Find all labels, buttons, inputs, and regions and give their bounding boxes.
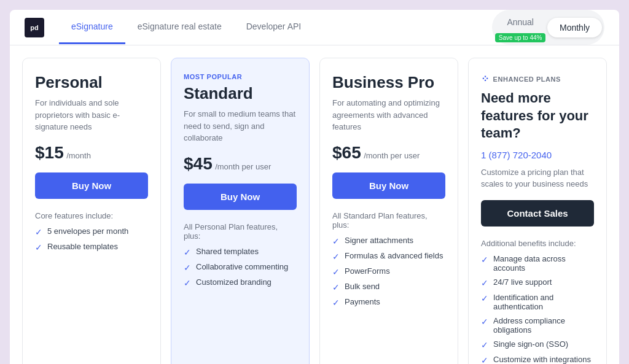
feature-text: Bulk send	[345, 282, 380, 291]
list-item: ✓ Address compliance obligations	[481, 316, 594, 335]
list-item: ✓ PowerForms	[332, 266, 445, 277]
enhanced-plan-card: ⁘ ENHANCED PLANS Need more features for …	[468, 58, 607, 364]
check-icon: ✓	[481, 340, 488, 350]
list-item: ✓ 24/7 live support	[481, 277, 594, 288]
list-item: ✓ Signer attachments	[332, 236, 445, 246]
feature-text: PowerForms	[345, 266, 390, 276]
enhanced-features-label: Additional benefits include:	[481, 239, 594, 248]
check-icon: ✓	[481, 355, 488, 364]
feature-text: Customize with integrations	[493, 355, 591, 364]
feature-text: Signer attachments	[345, 236, 413, 245]
monthly-toggle[interactable]: Monthly	[547, 18, 602, 37]
business-pro-features-label: All Standard Plan features, plus:	[332, 211, 445, 230]
main-content: Personal For individuals and sole propri…	[10, 45, 619, 364]
check-icon: ✓	[332, 267, 340, 277]
check-icon: ✓	[332, 252, 340, 261]
check-icon: ✓	[481, 293, 488, 303]
check-icon: ✓	[481, 255, 488, 265]
tab-developer-api[interactable]: Developer API	[234, 10, 314, 44]
feature-text: Single sign-on (SSO)	[493, 339, 568, 349]
list-item: ✓ Customized branding	[184, 277, 297, 288]
tab-esignature[interactable]: eSignature	[59, 10, 125, 44]
check-icon: ✓	[184, 278, 191, 288]
feature-text: 24/7 live support	[493, 277, 552, 287]
list-item: ✓ Collaborative commenting	[184, 262, 297, 273]
enhanced-label: ⁘ ENHANCED PLANS	[481, 73, 594, 85]
standard-plan-desc: For small to medium teams that need to s…	[184, 108, 297, 144]
personal-plan-name: Personal	[35, 73, 148, 92]
feature-text: Payments	[345, 297, 380, 306]
personal-plan-card: Personal For individuals and sole propri…	[22, 58, 161, 364]
business-pro-plan-name: Business Pro	[332, 73, 445, 92]
list-item: ✓ Formulas & advanced fields	[332, 251, 445, 261]
app-logo: pd	[25, 18, 44, 37]
standard-price-period: /month per user	[215, 162, 271, 171]
check-icon: ✓	[481, 317, 488, 327]
feature-text: Address compliance obligations	[493, 316, 594, 335]
top-bar: pd eSignature eSignature real estate Dev…	[10, 10, 619, 45]
standard-buy-button[interactable]: Buy Now	[184, 184, 297, 210]
list-item: ✓ Shared templates	[184, 247, 297, 257]
standard-plan-price: $45 /month per user	[184, 154, 297, 174]
business-pro-plan-card: Business Pro For automating and optimizi…	[319, 58, 458, 364]
list-item: ✓ Bulk send	[332, 282, 445, 292]
standard-plan-card: MOST POPULAR Standard For small to mediu…	[171, 58, 310, 364]
check-icon: ✓	[184, 263, 191, 273]
business-pro-plan-desc: For automating and optimizing agreements…	[332, 97, 445, 133]
feature-text: Shared templates	[196, 247, 259, 256]
personal-features-label: Core features include:	[35, 211, 148, 220]
personal-plan-desc: For individuals and sole proprietors wit…	[35, 97, 148, 133]
enhanced-label-text: ENHANCED PLANS	[493, 76, 561, 83]
enhanced-phone-link[interactable]: 1 (877) 720-2040	[481, 150, 594, 160]
check-icon: ✓	[332, 298, 340, 308]
billing-toggle: Annual Save up to 44% Monthly	[492, 10, 604, 45]
list-item: ✓ Customize with integrations	[481, 355, 594, 364]
nav-tabs: eSignature eSignature real estate Develo…	[59, 10, 492, 44]
feature-text: Customized branding	[196, 277, 272, 287]
feature-text: 5 envelopes per month	[47, 227, 128, 236]
enhanced-title: Need more features for your team?	[481, 90, 594, 142]
list-item: ✓ Identification and authentication	[481, 293, 594, 311]
list-item: ✓ Manage data across accounts	[481, 254, 594, 273]
personal-plan-price: $15 /month	[35, 143, 148, 163]
check-icon: ✓	[332, 236, 340, 246]
feature-text: Manage data across accounts	[493, 254, 594, 273]
business-pro-price-amount: $65	[332, 143, 361, 162]
standard-features-label: All Personal Plan features, plus:	[184, 222, 297, 241]
business-pro-buy-button[interactable]: Buy Now	[332, 172, 445, 199]
list-item: ✓ Payments	[332, 297, 445, 308]
list-item: ✓ Reusable templates	[35, 242, 148, 252]
contact-sales-button[interactable]: Contact Sales	[481, 200, 594, 227]
business-pro-plan-price: $65 /month per user	[332, 143, 445, 163]
personal-price-period: /month	[66, 151, 91, 160]
list-item: ✓ Single sign-on (SSO)	[481, 339, 594, 350]
check-icon: ✓	[481, 278, 488, 288]
enhanced-description: Customize a pricing plan that scales to …	[481, 166, 594, 190]
standard-price-amount: $45	[184, 154, 213, 173]
feature-text: Formulas & advanced fields	[345, 251, 443, 260]
check-icon: ✓	[332, 282, 340, 292]
most-popular-badge: MOST POPULAR	[184, 73, 297, 80]
feature-text: Collaborative commenting	[196, 262, 288, 271]
feature-text: Identification and authentication	[493, 293, 594, 311]
feature-text: Reusable templates	[47, 242, 118, 251]
save-badge: Save up to 44%	[495, 33, 546, 42]
tab-esignature-real-estate[interactable]: eSignature real estate	[125, 10, 234, 44]
business-pro-price-period: /month per user	[364, 151, 420, 160]
check-icon: ✓	[184, 247, 191, 257]
check-icon: ✓	[35, 242, 42, 252]
annual-toggle[interactable]: Annual	[494, 12, 546, 32]
enhanced-dots-icon: ⁘	[481, 73, 490, 85]
check-icon: ✓	[35, 227, 42, 237]
personal-buy-button[interactable]: Buy Now	[35, 172, 148, 199]
personal-price-amount: $15	[35, 143, 64, 162]
standard-plan-name: Standard	[184, 84, 297, 103]
list-item: ✓ 5 envelopes per month	[35, 227, 148, 237]
